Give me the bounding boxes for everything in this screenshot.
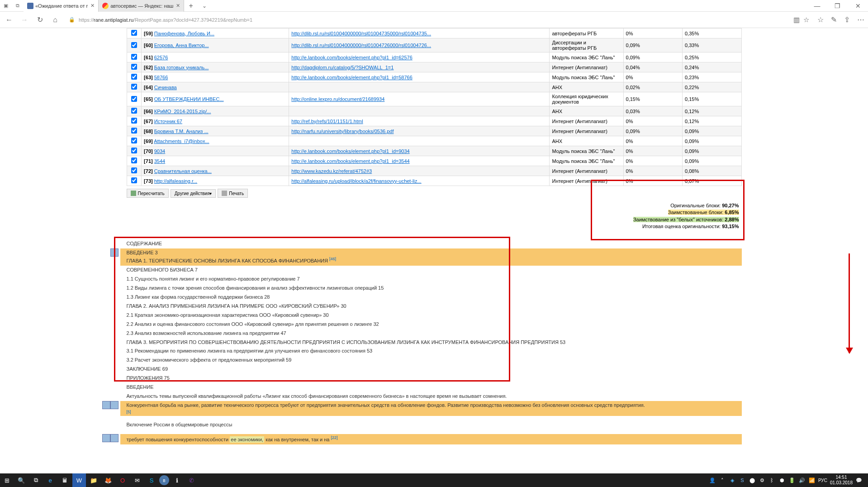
doc-line: ПРИЛОЖЕНИЯ 75	[127, 374, 742, 383]
source-name-link[interactable]: Сравнительная оценка...	[154, 168, 212, 174]
table-row: [61] 62576 http://e.lanbook.com/books/el…	[127, 53, 741, 62]
tab-aside-icon[interactable]: ⧉	[12, 0, 24, 12]
source-name-link[interactable]: Панюфенова, Любовь И...	[154, 31, 214, 36]
source-url-link[interactable]: http://dlib.rsl.ru/rsl01004000000/rsl010…	[291, 31, 431, 36]
table-row: [68] Бровина Т.М. Анализ ... http://narf…	[127, 126, 741, 136]
percent-cell: 0,33%	[683, 38, 742, 53]
tab-menu-chevron-icon[interactable]: ⌄	[198, 3, 211, 9]
source-url-link[interactable]: http://ref.by/refs/101/1151/1.html	[291, 119, 363, 124]
source-url-link[interactable]: http://e.lanbook.com/books/element.php?p…	[291, 148, 409, 154]
source-name-link[interactable]: База готовых уникаль...	[154, 65, 209, 70]
more-icon[interactable]: ⋯	[857, 15, 864, 24]
minimize-button[interactable]: —	[807, 0, 827, 12]
doc-text: как на внутреннем, так и на	[264, 437, 331, 442]
source-url-link[interactable]: http://e.lanbook.com/books/element.php?p…	[291, 158, 409, 164]
source-checkbox[interactable]	[131, 138, 137, 143]
source-ref[interactable]: [22]	[331, 435, 337, 440]
source-name-link[interactable]: 58766	[154, 75, 168, 80]
stat-label: Итоговая оценка оригинальности:	[642, 224, 721, 229]
new-tab-button[interactable]: +	[184, 2, 197, 10]
source-name-link[interactable]: 3544	[154, 158, 165, 164]
source-checkbox[interactable]	[131, 30, 137, 36]
close-tab-icon[interactable]: ✕	[90, 3, 95, 9]
source-name-link[interactable]: Attachments_i7@inbox...	[154, 138, 209, 144]
window-controls: — ❐ ✕	[807, 0, 868, 12]
source-name-link[interactable]: 62576	[154, 55, 168, 60]
doc-line: ГЛАВА 3. МЕРОПРИЯТИЯ ПО СОВЕРШЕНСТВОВАНИ…	[127, 338, 742, 347]
source-db: Модуль поиска ЭБС "Лань"	[550, 72, 623, 82]
source-number: [59]	[144, 31, 153, 36]
source-url-link[interactable]: http://www.kazedu.kz/referat/4752#3	[291, 168, 372, 174]
url-text: https://rane.antiplagiat.ru/ReportPage.a…	[79, 17, 790, 23]
source-name-link[interactable]: 9034	[154, 148, 165, 154]
source-name-link[interactable]: ОБ УТВЕРЖДЕНИИ ИНВЕС...	[154, 96, 224, 102]
table-row: [59] Панюфенова, Любовь И... http://dlib…	[127, 29, 741, 38]
source-checkbox[interactable]	[131, 64, 137, 70]
source-db: Интернет (Антиплагиат)	[550, 62, 623, 72]
favorite-icon[interactable]: ☆	[803, 16, 809, 24]
source-db: АНХ	[550, 106, 623, 116]
table-row: [67] Источник 67 http://ref.by/refs/101/…	[127, 116, 741, 126]
home-button[interactable]: ⌂	[50, 16, 61, 24]
source-checkbox[interactable]	[131, 108, 137, 114]
source-url-link[interactable]: http://narfu.ru/university/library/books…	[291, 129, 394, 134]
close-tab-icon[interactable]: ✕	[176, 3, 180, 9]
source-db: АНХ	[550, 136, 623, 146]
source-name-link[interactable]: Бровина Т.М. Анализ ...	[154, 129, 209, 134]
source-number: [61]	[144, 55, 153, 60]
percent-cell: 0,23%	[683, 72, 742, 82]
stat-label: Заимствованные блоки:	[668, 210, 723, 215]
source-db: авторефераты РГБ	[550, 29, 623, 38]
print-button[interactable]: Печать	[218, 189, 248, 198]
url-field[interactable]: 🔒 https://rane.antiplagiat.ru/ReportPage…	[65, 14, 813, 26]
share-icon[interactable]: ⇪	[844, 15, 850, 24]
source-number: [60]	[144, 43, 153, 48]
notes-icon[interactable]: ✎	[831, 15, 837, 24]
other-actions-button[interactable]: Другие действия▾	[171, 189, 216, 198]
source-checkbox[interactable]	[131, 128, 137, 134]
source-checkbox[interactable]	[131, 148, 137, 153]
source-name-link[interactable]: Егорова, Анна Виктор...	[154, 43, 209, 48]
source-name-link[interactable]: Источник 67	[154, 119, 182, 124]
source-url-link[interactable]: http://alfaleasing.ru/upload/iblock/a2f/…	[291, 178, 421, 184]
back-button[interactable]: ←	[4, 16, 14, 24]
source-db: Диссертации и авторефераты РГБ	[550, 38, 623, 53]
tab-actions-icon[interactable]: ▣	[0, 0, 12, 12]
source-checkbox[interactable]	[131, 96, 137, 102]
favorites-icon[interactable]: ☆	[817, 15, 824, 24]
source-url-link[interactable]: http://dagdiplom.ru/catalog/5/?SHOWALL_1…	[291, 65, 394, 70]
source-number: [69]	[144, 138, 153, 144]
source-name-link[interactable]: http://alfaleasing.r...	[154, 178, 197, 184]
browser-tab-1[interactable]: «Ожидание ответа от r ✕	[24, 0, 99, 12]
close-window-button[interactable]: ✕	[848, 0, 868, 12]
sources-table: [59] Панюфенова, Любовь И... http://dlib…	[127, 28, 742, 186]
source-checkbox[interactable]	[131, 158, 137, 163]
reading-view-icon[interactable]: ▥	[793, 16, 800, 24]
browser-tab-2[interactable]: автосервис — Яндекс: наш ✕	[99, 0, 184, 12]
source-checkbox[interactable]	[131, 74, 137, 80]
source-ref[interactable]: [46]	[329, 257, 336, 261]
source-ref[interactable]: [5]	[127, 409, 740, 415]
table-row: [62] База готовых уникаль... http://dagd…	[127, 62, 741, 72]
source-checkbox[interactable]	[131, 84, 137, 90]
percent-cell: 0,09%	[683, 126, 742, 136]
source-url-link[interactable]: http://dlib.rsl.ru/rsl01004000000/rsl010…	[291, 43, 431, 48]
refresh-button[interactable]: ↻	[34, 15, 45, 24]
source-url-link[interactable]: http://e.lanbook.com/books/element.php?p…	[291, 75, 413, 80]
table-row: [71] 3544 http://e.lanbook.com/books/ele…	[127, 156, 741, 166]
source-name-link[interactable]: Сичинава	[154, 85, 177, 90]
source-checkbox[interactable]	[131, 42, 137, 48]
source-checkbox[interactable]	[131, 118, 137, 124]
source-checkbox[interactable]	[131, 167, 137, 173]
stat-value: 2,88%	[725, 217, 739, 222]
doc-text: Конкурентная борьба на рынке, развитие т…	[127, 402, 740, 409]
source-url-link[interactable]: http://e.lanbook.com/books/element.php?p…	[291, 55, 413, 60]
source-checkbox[interactable]	[131, 54, 137, 60]
source-number: [62]	[144, 65, 153, 70]
source-url-link[interactable]: http://online.lexpro.ru/document/2168993…	[291, 96, 384, 102]
source-checkbox[interactable]	[131, 177, 137, 183]
doc-text: требует повышения конкурентоспособности	[127, 437, 230, 442]
recalculate-button[interactable]: Пересчитать	[127, 189, 169, 198]
source-name-link[interactable]: КРиМО_2014-2015.zip/...	[154, 109, 211, 114]
maximize-button[interactable]: ❐	[827, 0, 848, 12]
